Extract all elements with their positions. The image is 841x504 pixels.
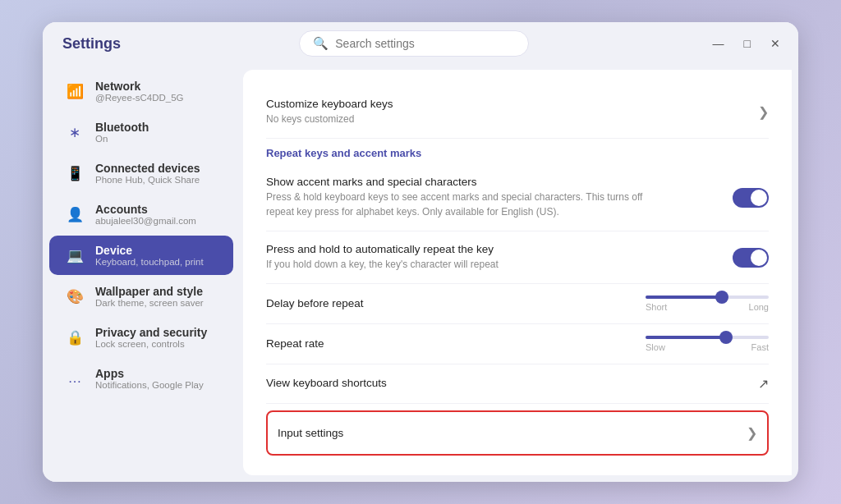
toggle-knob: [751, 190, 767, 206]
search-input[interactable]: [335, 37, 515, 50]
sidebar-sub-apps: Notifications, Google Play: [95, 380, 204, 390]
view-shortcuts-row[interactable]: View keyboard shortcuts ↗: [266, 364, 769, 404]
sidebar-label-accounts: Accounts: [95, 203, 196, 216]
privacy-icon: 🔒: [66, 329, 84, 346]
sidebar-label-wallpaper: Wallpaper and style: [95, 285, 204, 298]
sidebar-label-network: Network: [95, 80, 184, 93]
sidebar-sub-privacy: Lock screen, controls: [95, 339, 207, 349]
rate-slider-track[interactable]: [646, 336, 769, 339]
close-button[interactable]: ✕: [765, 35, 785, 52]
delay-slider-container: Short Long: [637, 296, 769, 312]
external-link-icon: ↗: [758, 376, 769, 392]
main-content: 📶 Network @Reyee-sC4DD_5G ∗ Bluetooth On…: [43, 63, 798, 482]
sidebar-label-connected: Connected devices: [95, 162, 200, 175]
window-controls: — □ ✕: [708, 35, 785, 52]
sidebar: 📶 Network @Reyee-sC4DD_5G ∗ Bluetooth On…: [43, 63, 240, 482]
content-area: Customize keyboard keys No keys customiz…: [243, 70, 792, 475]
bluetooth-icon: ∗: [66, 124, 84, 141]
wallpaper-icon: 🎨: [66, 288, 84, 305]
sidebar-item-wallpaper[interactable]: 🎨 Wallpaper and style Dark theme, screen…: [49, 277, 233, 316]
rate-slider-fill: [646, 336, 726, 339]
sidebar-label-privacy: Privacy and security: [95, 326, 207, 339]
sidebar-label-device: Device: [95, 244, 204, 257]
input-settings-chevron: ❯: [747, 425, 757, 441]
rate-slider-thumb: [719, 331, 733, 344]
accent-marks-row: Show accent marks and special characters…: [266, 164, 769, 231]
maximize-button[interactable]: □: [739, 35, 756, 52]
input-settings-label: Input settings: [278, 427, 343, 439]
sidebar-item-accounts[interactable]: 👤 Accounts abujaleel30@gmail.com: [49, 195, 233, 234]
sidebar-sub-network: @Reyee-sC4DD_5G: [95, 93, 184, 103]
repeat-rate-row: Repeat rate Slow Fast: [266, 324, 769, 364]
section-header-repeat: Repeat keys and accent marks: [266, 139, 769, 164]
sidebar-item-connected-devices[interactable]: 📱 Connected devices Phone Hub, Quick Sha…: [49, 153, 233, 193]
sidebar-sub-accounts: abujaleel30@gmail.com: [95, 216, 196, 226]
delay-slider-track[interactable]: [646, 296, 769, 299]
chevron-right-icon: ❯: [758, 104, 769, 120]
search-container: 🔍: [121, 30, 708, 57]
delay-repeat-title: Delay before repeat: [266, 297, 637, 309]
sidebar-item-bluetooth[interactable]: ∗ Bluetooth On: [49, 112, 233, 152]
title-bar: Settings 🔍 — □ ✕: [43, 22, 798, 63]
rate-slider-max: Fast: [751, 342, 769, 352]
repeat-rate-title: Repeat rate: [266, 337, 637, 350]
repeat-key-toggle[interactable]: [733, 248, 769, 268]
accent-marks-desc: Press & hold keyboard keys to see accent…: [266, 190, 660, 219]
wifi-icon: 📶: [66, 83, 84, 100]
sidebar-label-apps: Apps: [95, 367, 204, 380]
repeat-key-row: Press and hold to automatically repeat t…: [266, 231, 769, 284]
view-shortcuts-title: View keyboard shortcuts: [266, 377, 758, 389]
sidebar-sub-connected: Phone Hub, Quick Share: [95, 175, 200, 185]
accent-marks-title: Show accent marks and special characters: [266, 176, 733, 188]
minimize-button[interactable]: —: [708, 35, 729, 52]
customize-keyboard-desc: No keys customized: [266, 112, 660, 126]
sidebar-item-privacy[interactable]: 🔒 Privacy and security Lock screen, cont…: [49, 318, 233, 357]
device-icon: 💻: [66, 247, 84, 264]
search-bar[interactable]: 🔍: [299, 30, 529, 57]
delay-slider-max: Long: [749, 302, 769, 312]
sidebar-sub-wallpaper: Dark theme, screen saver: [95, 298, 204, 308]
customize-keyboard-title: Customize keyboard keys: [266, 98, 748, 110]
repeat-key-title: Press and hold to automatically repeat t…: [266, 243, 733, 255]
sidebar-sub-device: Keyboard, touchpad, print: [95, 257, 204, 267]
input-settings-row[interactable]: Input settings ❯: [266, 410, 769, 456]
repeat-key-desc: If you hold down a key, the key's charac…: [266, 257, 660, 272]
delay-slider-min: Short: [646, 302, 667, 312]
sidebar-item-device[interactable]: 💻 Device Keyboard, touchpad, print: [49, 236, 233, 275]
sidebar-label-bluetooth: Bluetooth: [95, 121, 149, 134]
delay-repeat-row: Delay before repeat Short Long: [266, 284, 769, 324]
delay-slider-thumb: [715, 291, 728, 304]
sidebar-sub-bluetooth: On: [95, 134, 149, 144]
app-title: Settings: [62, 35, 121, 53]
accounts-icon: 👤: [66, 206, 84, 223]
sidebar-item-network[interactable]: 📶 Network @Reyee-sC4DD_5G: [49, 71, 233, 111]
customize-keyboard-row[interactable]: Customize keyboard keys No keys customiz…: [266, 86, 769, 139]
settings-window: Settings 🔍 — □ ✕ 📶 Network @Reyee-sC4DD_…: [43, 22, 798, 482]
rate-slider-container: Slow Fast: [637, 336, 769, 352]
apps-icon: …: [66, 370, 84, 387]
sidebar-item-apps[interactable]: … Apps Notifications, Google Play: [49, 359, 233, 398]
toggle-knob-2: [751, 250, 767, 266]
accent-marks-toggle[interactable]: [733, 188, 769, 208]
rate-slider-min: Slow: [646, 342, 665, 352]
connected-devices-icon: 📱: [66, 165, 84, 182]
search-icon: 🔍: [313, 36, 329, 51]
delay-slider-fill: [646, 296, 722, 299]
